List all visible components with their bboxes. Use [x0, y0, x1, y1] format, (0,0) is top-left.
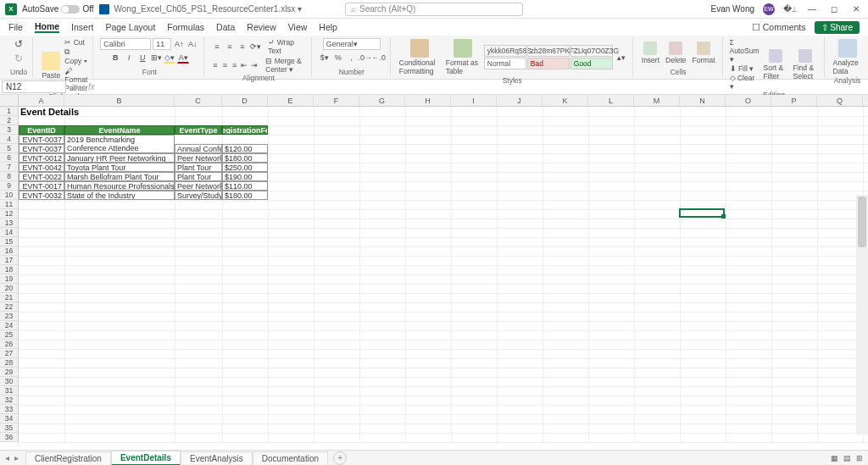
sheet-tab-eventdetails[interactable]: EventDetails [111, 451, 181, 466]
row-header[interactable]: 34 [0, 414, 18, 423]
format-table-button[interactable]: Format as Table [444, 38, 481, 76]
style-good[interactable]: Good [570, 58, 613, 69]
column-header[interactable]: D [222, 95, 268, 106]
indent-inc-icon[interactable]: ⇥ [250, 59, 259, 71]
row-header[interactable]: 31 [0, 386, 18, 396]
column-header[interactable]: C [175, 95, 222, 106]
wrap-text-button[interactable]: ⤶ Wrap Text [268, 38, 305, 55]
tab-file[interactable]: File [8, 22, 23, 32]
row-header[interactable]: 11 [0, 200, 18, 209]
dec-decimal-icon[interactable]: ←.0 [373, 52, 385, 64]
select-all-corner[interactable] [0, 95, 19, 106]
table-cell[interactable]: EVNT-0037 [19, 135, 64, 144]
ribbon-mode-icon[interactable]: �⟂ [783, 3, 797, 16]
row-header[interactable]: 14 [0, 228, 18, 237]
column-header[interactable]: F [314, 95, 359, 106]
formula-input[interactable] [98, 86, 868, 88]
row-header[interactable]: 7 [0, 163, 18, 172]
sheet-tab-documentation[interactable]: Documentation [253, 451, 328, 465]
column-header[interactable]: I [451, 95, 497, 106]
add-sheet-button[interactable]: + [333, 451, 347, 465]
vertical-scrollbar[interactable] [856, 195, 868, 435]
row-header[interactable]: 33 [0, 405, 18, 414]
name-box[interactable]: N12 [2, 80, 66, 93]
column-header[interactable]: O [726, 95, 771, 106]
font-name-select[interactable]: Calibri [100, 38, 151, 50]
autosave-toggle[interactable]: AutoSave Off [22, 4, 94, 14]
delete-cells-button[interactable]: Delete [664, 41, 688, 65]
align-top-icon[interactable]: ≡ [211, 41, 222, 53]
view-break-icon[interactable]: ⊞ [856, 454, 863, 462]
row-header[interactable]: 28 [0, 358, 18, 368]
row-header[interactable]: 32 [0, 396, 18, 405]
row-header[interactable]: 8 [0, 172, 18, 181]
table-cell[interactable]: $190.00 [222, 172, 268, 181]
row-header[interactable]: 4 [0, 135, 18, 144]
row-header[interactable]: 3 [0, 125, 18, 135]
table-cell[interactable]: Peer Networking [175, 153, 222, 163]
border-button[interactable]: ⊞▾ [150, 52, 162, 64]
align-middle-icon[interactable]: ≡ [224, 41, 235, 53]
toggle-off-icon[interactable] [61, 5, 80, 14]
comma-icon[interactable]: , [346, 52, 358, 64]
row-header[interactable]: 22 [0, 302, 18, 312]
style-bad[interactable]: Bad [527, 58, 570, 69]
decrease-font-icon[interactable]: A↓ [186, 38, 198, 50]
column-header[interactable]: K [542, 95, 588, 106]
tab-view[interactable]: View [288, 22, 308, 32]
table-cell[interactable]: $180.00 [222, 153, 268, 163]
column-header[interactable]: B [64, 95, 175, 106]
table-cell[interactable]: Human Resource Professionals [64, 181, 175, 191]
table-cell[interactable]: $110.00 [222, 181, 268, 191]
bold-button[interactable]: B [109, 52, 121, 64]
column-header[interactable]: H [405, 95, 451, 106]
spreadsheet-grid[interactable]: ABCDEFGHIJKLMNOPQ 1234567891011121314151… [0, 95, 868, 450]
row-header[interactable]: 12 [0, 209, 18, 219]
table-cell[interactable]: EVNT-0032 [19, 191, 64, 200]
row-header[interactable]: 36 [0, 433, 18, 442]
enter-formula-icon[interactable]: ✓ [80, 82, 86, 91]
currency-icon[interactable]: $▾ [319, 52, 331, 64]
row-header[interactable]: 9 [0, 181, 18, 191]
minimize-icon[interactable]: — [805, 3, 819, 16]
orientation-icon[interactable]: ⟳▾ [249, 41, 261, 53]
autosum-button[interactable]: Σ AutoSum ▾ [730, 38, 760, 64]
table-cell[interactable]: EVNT-0037 [19, 144, 64, 153]
style-custom1[interactable]: ykkk06Rq58S... [484, 45, 526, 57]
table-header[interactable]: EventType [175, 125, 222, 135]
table-cell[interactable]: $120.00 [222, 144, 268, 153]
scrollbar-thumb[interactable] [858, 197, 866, 247]
row-header[interactable]: 10 [0, 191, 18, 200]
style-normal[interactable]: Normal [484, 58, 526, 69]
column-header[interactable]: A [19, 95, 64, 106]
row-header[interactable]: 19 [0, 274, 18, 284]
column-header[interactable]: E [268, 95, 314, 106]
avatar[interactable]: EW [763, 3, 775, 15]
align-left-icon[interactable]: ≡ [211, 59, 219, 71]
font-color-button[interactable]: A▾ [177, 52, 189, 64]
align-right-icon[interactable]: ≡ [231, 59, 238, 71]
row-header[interactable]: 6 [0, 153, 18, 163]
table-cell[interactable]: EVNT-0017 [19, 181, 64, 191]
user-name[interactable]: Evan Wong [710, 4, 754, 14]
align-bottom-icon[interactable]: ≡ [236, 41, 248, 53]
tab-insert[interactable]: Insert [71, 22, 93, 32]
styles-more-icon[interactable]: ▴▾ [615, 52, 627, 64]
redo-icon[interactable]: ↻ [14, 53, 23, 64]
table-cell[interactable]: Plant Tour [175, 163, 222, 172]
row-header[interactable]: 16 [0, 246, 18, 256]
view-normal-icon[interactable]: ▦ [831, 454, 838, 462]
row-header[interactable]: 18 [0, 265, 18, 274]
tab-review[interactable]: Review [247, 22, 275, 32]
column-header[interactable]: N [680, 95, 726, 106]
table-header[interactable]: EventID [19, 125, 64, 135]
table-cell[interactable]: Toyota Plant Tour [64, 163, 175, 172]
sheet-nav-next-icon[interactable]: ▸ [14, 453, 19, 462]
insert-cells-button[interactable]: Insert [640, 41, 661, 65]
share-button[interactable]: ⇧ Share [815, 21, 860, 34]
align-center-icon[interactable]: ≡ [221, 59, 229, 71]
maximize-icon[interactable]: ◻ [827, 3, 841, 16]
file-name[interactable]: Wong_Excel_Ch05_PS1_ResourceCenter1.xlsx… [114, 4, 303, 14]
row-header[interactable]: 5 [0, 144, 18, 153]
row-header[interactable]: 25 [0, 330, 18, 340]
